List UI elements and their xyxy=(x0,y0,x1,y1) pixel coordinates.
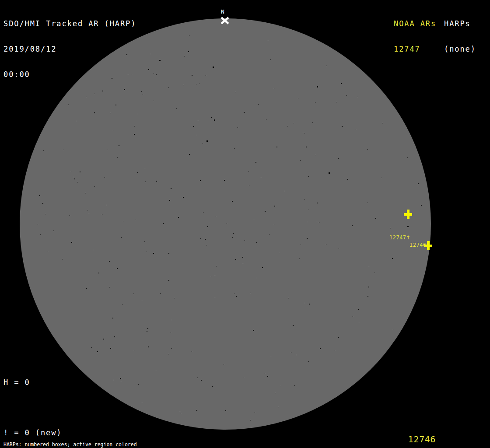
noaa-ars-value: 12747 xyxy=(394,45,436,53)
footer-notes: HARPs: numbered boxes; active region col… xyxy=(4,432,179,448)
noaa-ar-label-12746: 12746 xyxy=(410,242,427,248)
frame-date: 2019/08/12 xyxy=(4,45,136,53)
noaa-ar-label-12747: 12747↑ xyxy=(389,235,411,241)
frame-time: 00:00 xyxy=(4,70,136,79)
solar-tracking-frame: N 12747↑12746 SDO/HMI Tracked AR (HARP) … xyxy=(0,0,490,448)
harps-value: (none) xyxy=(444,45,476,53)
legend-harp-count: H = 0 xyxy=(4,378,105,387)
noaa-ar-cross-12747 xyxy=(404,210,412,219)
harps-block: HARPs (none) xyxy=(444,3,476,70)
footer-note-harps: HARPs: numbered boxes; active region col… xyxy=(4,442,179,447)
noaa-ars-block: NOAA ARs 12747 xyxy=(394,3,436,70)
title-block: SDO/HMI Tracked AR (HARP) 2019/08/12 00:… xyxy=(4,3,136,96)
corner-ar-number: 12746 xyxy=(408,434,436,444)
legend-spacer xyxy=(4,404,105,412)
harps-heading: HARPs xyxy=(444,20,476,28)
app-title: SDO/HMI Tracked AR (HARP) xyxy=(4,20,136,28)
noaa-ars-heading: NOAA ARs xyxy=(394,20,436,28)
